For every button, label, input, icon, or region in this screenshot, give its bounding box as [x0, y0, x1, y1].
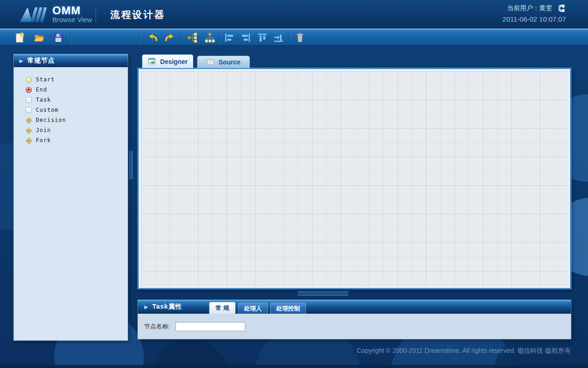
palette-node-label: End — [36, 86, 47, 93]
header-separator — [0, 29, 588, 30]
end-node-icon — [26, 87, 32, 93]
task-node-icon — [26, 97, 32, 103]
palette-node-item[interactable]: End — [26, 85, 128, 95]
layout-horizontal-icon — [187, 32, 198, 43]
join-node-icon — [26, 127, 32, 133]
tab-general[interactable]: 常 规 — [209, 302, 236, 314]
logout-icon[interactable] — [557, 4, 566, 12]
open-button[interactable] — [33, 32, 45, 44]
designer-panel — [138, 68, 571, 289]
palette-node-item[interactable]: Start — [26, 75, 128, 85]
toolbar-separator — [289, 32, 290, 44]
properties-title: Task属性 — [152, 303, 182, 311]
designer-tab-icon — [148, 58, 156, 65]
node-palette-panel: ▶ 常规节点 Start End Task Custom Decision Jo… — [14, 54, 128, 340]
node-name-input[interactable] — [175, 322, 245, 331]
align-top-button[interactable] — [256, 32, 268, 44]
properties-body: 节点名称: — [138, 314, 571, 339]
node-name-label: 节点名称: — [144, 322, 170, 331]
layout-horizontal-button[interactable] — [187, 32, 198, 44]
node-list: Start End Task Custom Decision Join Fork — [14, 67, 128, 145]
align-right-icon — [240, 32, 251, 43]
delete-button[interactable] — [294, 32, 306, 44]
redo-icon — [164, 32, 175, 43]
palette-node-label: Join — [36, 127, 51, 133]
properties-header: ▶ Task属性 常 规 处理人 处理控制 — [138, 300, 571, 314]
toolbar — [0, 30, 588, 46]
align-top-icon — [257, 32, 268, 43]
palette-node-item[interactable]: Custom — [26, 105, 128, 115]
chevron-right-icon: ▶ — [144, 304, 148, 310]
tab-handling-control-label: 处理控制 — [276, 305, 300, 313]
start-node-icon — [26, 77, 32, 83]
properties-panel: ▶ Task属性 常 规 处理人 处理控制 节点名称: — [138, 300, 571, 339]
tab-handler-label: 处理人 — [244, 305, 262, 313]
copyright-text: Copyright © 2000-2011 Dreamstime. All ri… — [356, 347, 571, 355]
save-icon — [53, 32, 64, 43]
header-divider — [96, 6, 96, 22]
fork-node-icon — [26, 138, 32, 144]
align-bottom-icon — [273, 32, 284, 43]
source-tab-icon — [207, 58, 215, 66]
layout-vertical-icon — [204, 32, 215, 43]
design-canvas[interactable] — [141, 71, 568, 286]
align-right-button[interactable] — [240, 32, 252, 44]
logo-title: OMM — [52, 5, 92, 16]
open-folder-icon — [34, 32, 45, 43]
tab-designer[interactable]: Designer — [142, 54, 193, 68]
palette-node-item[interactable]: Fork — [26, 135, 128, 145]
new-file-button[interactable] — [14, 32, 26, 44]
trash-icon — [294, 32, 305, 43]
tab-handling-control[interactable]: 处理控制 — [270, 303, 306, 314]
current-user-label: 当前用户：黄雯 — [507, 4, 552, 12]
datetime-label: 2011-06-02 10:07:07 — [503, 15, 566, 23]
undo-button[interactable] — [147, 32, 159, 44]
page-title: 流程设计器 — [110, 8, 165, 21]
deco-circle — [152, 339, 230, 368]
align-bottom-button[interactable] — [273, 32, 285, 44]
save-button[interactable] — [52, 32, 64, 44]
horizontal-splitter[interactable] — [298, 291, 348, 297]
palette-node-label: Fork — [36, 137, 51, 144]
toolbar-separator — [220, 32, 220, 44]
tab-designer-label: Designer — [160, 58, 188, 65]
decision-node-icon — [26, 117, 32, 123]
node-palette-header[interactable]: ▶ 常规节点 — [14, 54, 128, 67]
tab-source[interactable]: Source — [197, 56, 250, 68]
undo-icon — [147, 32, 158, 43]
palette-node-label: Custom — [36, 107, 58, 113]
node-palette-title: 常规节点 — [27, 57, 55, 65]
toolbar-separator — [140, 32, 141, 44]
toolbar-separator — [181, 32, 182, 44]
tab-source-label: Source — [219, 58, 240, 66]
logo-subtitle: Browse View — [52, 16, 92, 23]
align-left-button[interactable] — [223, 32, 235, 44]
layout-vertical-button[interactable] — [204, 32, 216, 44]
palette-node-label: Decision — [36, 117, 66, 123]
vertical-splitter[interactable] — [130, 151, 134, 179]
tab-handler[interactable]: 处理人 — [238, 303, 268, 314]
chevron-right-icon: ▶ — [19, 58, 23, 64]
bottom-strip — [0, 365, 588, 368]
app-logo: OMM Browse View — [19, 5, 92, 24]
tab-general-label: 常 规 — [215, 304, 229, 312]
palette-node-label: Task — [36, 97, 51, 103]
app-header: OMM Browse View 流程设计器 当前用户：黄雯 2011-06-02… — [0, 0, 588, 29]
designer-tabbar: Designer Source — [138, 54, 250, 68]
palette-node-label: Start — [36, 76, 55, 83]
properties-tabbar: 常 规 处理人 处理控制 — [209, 302, 308, 314]
new-file-icon — [14, 32, 25, 43]
redo-button[interactable] — [164, 32, 175, 44]
custom-node-icon — [26, 107, 32, 113]
palette-node-item[interactable]: Decision — [26, 115, 128, 125]
palette-node-item[interactable]: Join — [26, 125, 128, 135]
palette-node-item[interactable]: Task — [26, 95, 128, 105]
logo-mark-icon — [19, 5, 49, 24]
align-left-icon — [224, 32, 235, 43]
toolbar-separator — [71, 32, 72, 44]
